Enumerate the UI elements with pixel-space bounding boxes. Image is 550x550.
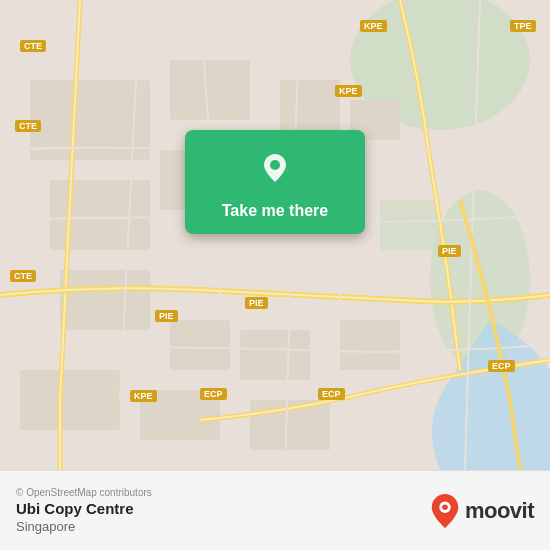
- app-container: CTE CTE CTE KPE KPE KPE PIE PIE PIE ECP …: [0, 0, 550, 550]
- road-label-ecp-3: ECP: [488, 360, 515, 372]
- moovit-pin-icon: [431, 494, 459, 528]
- svg-rect-8: [170, 320, 230, 370]
- svg-rect-6: [50, 180, 150, 250]
- svg-rect-3: [380, 200, 440, 250]
- road-label-kpe-2: KPE: [335, 85, 362, 97]
- svg-rect-5: [170, 60, 250, 120]
- road-label-pie-3: PIE: [155, 310, 178, 322]
- bottom-bar: © OpenStreetMap contributors Ubi Copy Ce…: [0, 470, 550, 550]
- location-name: Ubi Copy Centre: [16, 500, 152, 517]
- map-area: CTE CTE CTE KPE KPE KPE PIE PIE PIE ECP …: [0, 0, 550, 470]
- svg-rect-12: [280, 80, 340, 130]
- road-label-tpe: TPE: [510, 20, 536, 32]
- road-label-cte-3: CTE: [10, 270, 36, 282]
- moovit-brand-text: moovit: [465, 498, 534, 524]
- svg-point-20: [270, 160, 280, 170]
- moovit-logo[interactable]: moovit: [431, 494, 534, 528]
- svg-rect-10: [340, 320, 400, 370]
- road-label-pie-1: PIE: [438, 245, 461, 257]
- road-label-ecp-1: ECP: [200, 388, 227, 400]
- take-me-there-card[interactable]: Take me there: [185, 130, 365, 234]
- road-label-kpe-1: KPE: [360, 20, 387, 32]
- svg-point-22: [442, 504, 448, 510]
- road-label-cte-2: CTE: [15, 120, 41, 132]
- location-sub: Singapore: [16, 519, 152, 534]
- location-info: © OpenStreetMap contributors Ubi Copy Ce…: [16, 487, 152, 534]
- take-me-there-label: Take me there: [222, 202, 328, 220]
- svg-rect-15: [20, 370, 120, 430]
- road-label-ecp-2: ECP: [318, 388, 345, 400]
- location-pin-icon: [253, 146, 297, 190]
- svg-rect-9: [240, 330, 310, 380]
- road-label-cte-1: CTE: [20, 40, 46, 52]
- attribution: © OpenStreetMap contributors: [16, 487, 152, 498]
- svg-rect-7: [60, 270, 150, 330]
- road-label-pie-2: PIE: [245, 297, 268, 309]
- road-label-kpe-3: KPE: [130, 390, 157, 402]
